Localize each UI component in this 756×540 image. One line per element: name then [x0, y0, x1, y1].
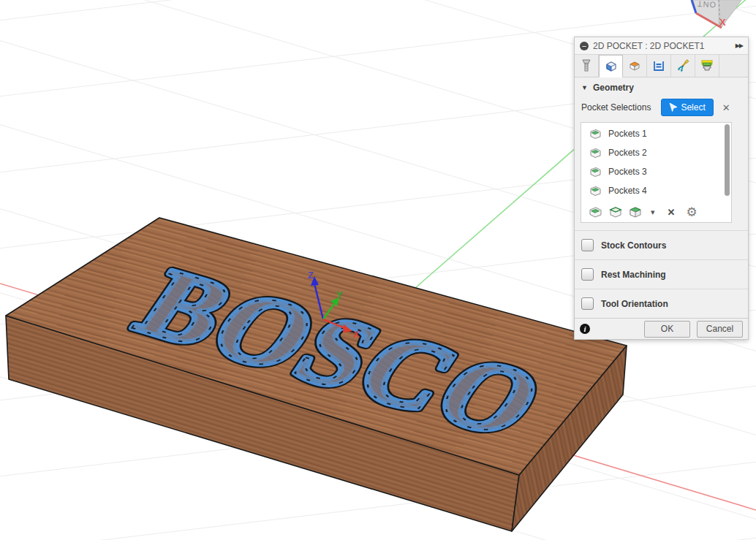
z-axis-label: Z	[308, 270, 314, 281]
list-item-pockets-3[interactable]: Pockets 3	[581, 162, 724, 181]
ok-button[interactable]: OK	[644, 321, 690, 338]
stock-contours-label: Stock Contours	[601, 240, 666, 251]
chevron-down-icon[interactable]: ▼	[581, 84, 588, 91]
pocket-selections-row: Pocket Selections Select ✕	[575, 97, 748, 122]
geometry-icon	[604, 59, 619, 74]
list-scrollbar[interactable]	[725, 123, 730, 204]
cancel-button[interactable]: Cancel	[697, 321, 743, 338]
dialog-title: 2D POCKET : 2D POCKET1	[593, 41, 736, 51]
list-item-label: Pockets 2	[608, 148, 647, 158]
x-axis-label: X	[353, 329, 360, 340]
pocket-selection-icon	[589, 129, 602, 140]
dialog-tab-bar	[575, 55, 748, 77]
pocket-selection-icon	[589, 186, 602, 197]
tab-passes[interactable]	[647, 55, 671, 77]
tool-orientation-row: Tool Orientation	[575, 289, 748, 318]
2d-pocket-dialog: − 2D POCKET : 2D POCKET1 ▶▶	[574, 37, 749, 340]
geometry-section-header[interactable]: ▼ Geometry	[575, 77, 748, 97]
tab-tool-orientation[interactable]	[695, 55, 719, 77]
list-item-label: Pockets 4	[608, 186, 647, 196]
y-axis-label: Y	[336, 289, 343, 300]
dialog-header[interactable]: − 2D POCKET : 2D POCKET1 ▶▶	[575, 37, 748, 55]
expand-icon[interactable]: ▶▶	[736, 42, 743, 49]
tab-geometry[interactable]	[599, 55, 623, 77]
dialog-footer: i OK Cancel	[575, 318, 748, 339]
rest-machining-label: Rest Machining	[601, 270, 666, 280]
passes-icon	[651, 58, 666, 73]
stock-contours-checkbox[interactable]	[581, 239, 594, 251]
collapse-icon[interactable]: −	[580, 42, 589, 50]
list-item-pockets-4[interactable]: Pockets 4	[581, 181, 724, 200]
dialog-body: ▼ Geometry Pocket Selections Select ✕	[575, 77, 748, 318]
tool-orientation-label: Tool Orientation	[601, 299, 668, 309]
tool-orientation-checkbox[interactable]	[581, 297, 594, 310]
select-button-label: Select	[681, 102, 705, 113]
list-item-label: Pockets 3	[608, 167, 647, 177]
selection-settings-gear-icon[interactable]: ⚙	[686, 206, 697, 218]
scrollbar-thumb[interactable]	[725, 124, 730, 196]
view-cube[interactable]: ONT X	[692, 0, 741, 28]
select-solid-pocket-mode-icon[interactable]	[628, 206, 643, 218]
tab-linking[interactable]	[671, 55, 695, 77]
pocket-selections-label: Pocket Selections	[581, 102, 651, 113]
application-window: BOSCO BOSCO BOSCO BOSCO Z Y X ONT X	[0, 0, 756, 540]
list-item-label: Pockets 1	[608, 129, 647, 139]
view-cube-face-label[interactable]: ONT	[696, 0, 716, 9]
tab-tool[interactable]	[575, 55, 599, 77]
select-button[interactable]: Select	[661, 99, 713, 116]
cursor-icon	[669, 103, 677, 113]
clear-selection-icon[interactable]: ✕	[722, 102, 730, 113]
tool-orientation-icon	[700, 58, 714, 73]
selection-mode-dropdown-icon[interactable]: ▾	[651, 208, 655, 217]
heights-icon	[627, 58, 642, 73]
list-toolbar: ▾ ✕ ⚙	[581, 202, 731, 222]
stock-contours-row: Stock Contours	[575, 230, 748, 259]
view-cube-x-axis-label: X	[719, 17, 726, 28]
select-open-pocket-mode-icon[interactable]	[608, 206, 623, 218]
select-faces-mode-icon[interactable]	[589, 206, 603, 218]
linking-icon	[676, 58, 690, 73]
geometry-section-title: Geometry	[593, 83, 634, 93]
tab-heights[interactable]	[623, 55, 647, 77]
remove-selection-icon[interactable]: ✕	[668, 207, 676, 218]
rest-machining-checkbox[interactable]	[581, 268, 594, 281]
pocket-selection-icon	[589, 167, 602, 178]
rest-machining-row: Rest Machining	[575, 259, 748, 289]
tool-icon	[579, 58, 594, 73]
pocket-selection-list[interactable]: Pockets 1 Pockets 2	[581, 122, 732, 223]
pocket-selection-icon	[589, 148, 602, 159]
list-item-pockets-1[interactable]: Pockets 1	[581, 124, 724, 143]
info-icon[interactable]: i	[580, 324, 590, 334]
list-item-pockets-2[interactable]: Pockets 2	[581, 143, 724, 162]
